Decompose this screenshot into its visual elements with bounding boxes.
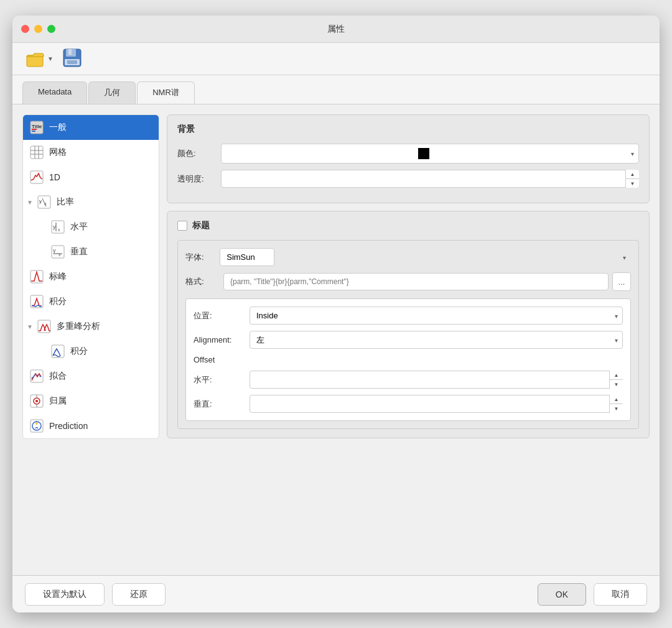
tab-nmr[interactable]: NMR谱	[137, 81, 195, 104]
sidebar: Title 一般 网格	[22, 114, 159, 439]
sidebar-item-prediction[interactable]: Prediction	[23, 413, 159, 438]
tab-metadata[interactable]: Metadata	[22, 81, 87, 104]
bottom-bar: 设置为默认 还原 OK 取消	[12, 575, 660, 612]
tab-geometry[interactable]: 几何	[88, 81, 136, 104]
color-swatch	[418, 148, 429, 159]
sidebar-item-vertical-label: 垂直	[70, 246, 88, 257]
svg-rect-0	[27, 55, 43, 67]
alignment-label: Alignment:	[194, 335, 250, 344]
sidebar-item-peak[interactable]: 标峰	[23, 264, 159, 289]
color-picker[interactable]	[221, 144, 639, 164]
svg-text:y: y	[53, 247, 56, 254]
tabs-container: Metadata 几何 NMR谱	[12, 75, 660, 104]
sidebar-item-general[interactable]: Title 一般	[23, 115, 159, 140]
close-button[interactable]	[21, 25, 29, 33]
reset-button[interactable]: 还原	[112, 583, 166, 606]
sidebar-item-ratio-label: 比率	[57, 196, 74, 208]
sidebar-item-vertical[interactable]: y x 垂直	[23, 239, 159, 264]
transparency-down-button[interactable]: ▼	[626, 179, 639, 188]
title-section: 标题 字体: SimSun ▾	[167, 211, 650, 438]
svg-rect-8	[32, 129, 37, 130]
background-section-title: 背景	[177, 124, 639, 135]
h-offset-row: 水平: 0.00% ▲ ▼	[194, 371, 623, 389]
transparency-input[interactable]: 0 %	[221, 170, 639, 188]
h-offset-input[interactable]: 0.00%	[250, 371, 623, 389]
assign-icon	[29, 394, 44, 409]
position-select[interactable]: Inside Outside Top Bottom	[250, 307, 623, 325]
h-offset-down-button[interactable]: ▼	[610, 380, 623, 389]
h-offset-up-button[interactable]: ▲	[610, 371, 623, 380]
sidebar-item-horizontal-label: 水平	[70, 221, 88, 233]
transparency-spinner: 0 % ▲ ▼	[221, 170, 639, 188]
format-input[interactable]	[223, 273, 609, 290]
save-button[interactable]	[60, 45, 85, 73]
alignment-select-wrapper: 左 中 右 ▾	[250, 331, 623, 349]
v-offset-spinner-buttons: ▲ ▼	[609, 395, 623, 413]
sidebar-item-grid[interactable]: 网格	[23, 140, 159, 165]
transparency-up-button[interactable]: ▲	[626, 170, 639, 179]
save-icon	[62, 48, 82, 68]
sidebar-item-1d-label: 1D	[49, 172, 60, 182]
1d-icon	[29, 170, 44, 185]
svg-text:x: x	[58, 228, 60, 232]
multi-icon	[37, 319, 52, 334]
sidebar-item-ratio[interactable]: ▼ y x 比率	[23, 190, 159, 215]
sidebar-item-general-label: 一般	[49, 122, 67, 133]
sidebar-item-integral[interactable]: 积分	[23, 289, 159, 314]
svg-rect-9	[32, 131, 35, 132]
title-section-label: 标题	[192, 220, 210, 231]
color-row: 颜色: ▾	[177, 144, 639, 164]
h-offset-spinner: 0.00% ▲ ▼	[250, 371, 623, 389]
main-window: 属性 ▼ Metadata 几何 NMR谱	[12, 16, 660, 612]
bottom-right-buttons: OK 取消	[538, 583, 647, 606]
h-offset-spinner-buttons: ▲ ▼	[609, 371, 623, 389]
format-label: 格式:	[185, 276, 220, 287]
sidebar-item-multipeak[interactable]: ▼ 多重峰分析	[23, 314, 159, 339]
v-offset-down-button[interactable]: ▼	[610, 404, 623, 413]
v-offset-up-button[interactable]: ▲	[610, 395, 623, 404]
sidebar-item-multipeak-label: 多重峰分析	[57, 321, 100, 332]
transparency-spinner-buttons: ▲ ▼	[625, 170, 639, 188]
v-offset-spinner: 0.00% ▲ ▼	[250, 395, 623, 413]
svg-rect-3	[68, 49, 72, 55]
open-folder-button[interactable]: ▼	[22, 48, 57, 70]
v-offset-label: 垂直:	[194, 399, 250, 410]
prediction-icon	[29, 418, 44, 433]
title-checkbox[interactable]	[177, 221, 187, 231]
font-select[interactable]: SimSun	[220, 248, 274, 266]
window-title: 属性	[327, 24, 345, 35]
sidebar-item-fit[interactable]: 拟合	[23, 364, 159, 389]
integral2-icon	[50, 344, 65, 359]
font-row: 字体: SimSun ▾	[185, 248, 631, 266]
maximize-button[interactable]	[47, 25, 55, 33]
ok-button[interactable]: OK	[538, 583, 586, 606]
svg-text:x: x	[58, 252, 61, 257]
svg-point-41	[35, 422, 38, 425]
sidebar-item-horizontal[interactable]: y x 水平	[23, 215, 159, 239]
cancel-button[interactable]: 取消	[594, 583, 647, 606]
alignment-select[interactable]: 左 中 右	[250, 331, 623, 349]
fit-icon	[29, 369, 44, 384]
svg-text:Title: Title	[32, 124, 42, 129]
color-label: 颜色:	[177, 148, 221, 159]
folder-chevron-icon: ▼	[47, 55, 54, 62]
sidebar-item-prediction-label: Prediction	[49, 421, 88, 431]
peak-icon	[29, 269, 44, 284]
grid-icon	[29, 145, 44, 160]
ratio-expand-icon: ▼	[27, 199, 33, 206]
main-content: Title 一般 网格	[12, 104, 660, 575]
v-offset-input[interactable]: 0.00%	[250, 395, 623, 413]
format-dots-button[interactable]: ...	[612, 272, 631, 291]
folder-icon	[26, 50, 46, 68]
sidebar-item-assign[interactable]: 归属	[23, 389, 159, 413]
minimize-button[interactable]	[34, 25, 42, 33]
sidebar-item-1d[interactable]: 1D	[23, 165, 159, 190]
sidebar-item-integral2-label: 积分	[70, 346, 88, 357]
alignment-row: Alignment: 左 中 右 ▾	[194, 331, 623, 349]
sidebar-item-integral-label: 积分	[49, 296, 67, 307]
titlebar: 属性	[12, 16, 660, 43]
set-default-button[interactable]: 设置为默认	[25, 583, 105, 606]
sidebar-item-integral2[interactable]: 积分	[23, 339, 159, 364]
sidebar-item-peak-label: 标峰	[49, 271, 67, 282]
svg-rect-5	[67, 60, 77, 64]
